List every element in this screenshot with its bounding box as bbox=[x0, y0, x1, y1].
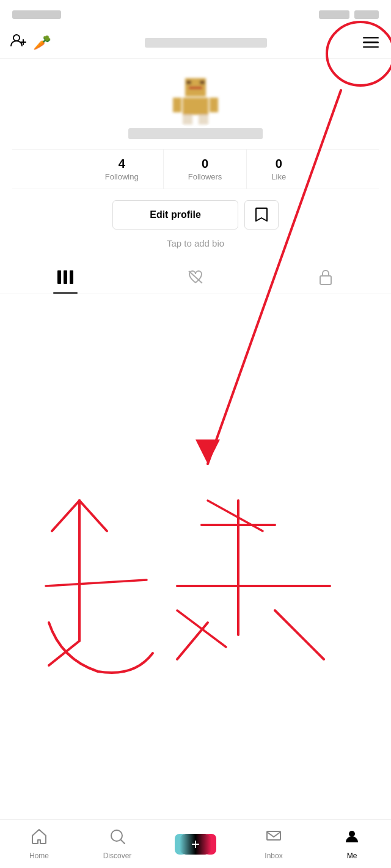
home-label: Home bbox=[29, 852, 49, 860]
tab-grid[interactable] bbox=[0, 261, 130, 294]
status-icons bbox=[319, 10, 379, 19]
svg-line-31 bbox=[177, 610, 226, 647]
content-tabs bbox=[0, 261, 391, 294]
following-stat[interactable]: 4 Following bbox=[81, 150, 164, 189]
create-button[interactable]: + bbox=[180, 834, 211, 855]
signal-icon bbox=[319, 10, 349, 19]
nav-create[interactable]: + bbox=[156, 834, 235, 855]
followers-stat[interactable]: 0 Followers bbox=[164, 150, 247, 189]
nav-discover[interactable]: Discover bbox=[78, 828, 156, 860]
svg-rect-16 bbox=[320, 276, 331, 284]
svg-rect-5 bbox=[200, 81, 205, 84]
nav-me[interactable]: Me bbox=[313, 828, 391, 860]
svg-rect-11 bbox=[210, 98, 218, 112]
svg-line-24 bbox=[49, 641, 79, 665]
svg-rect-8 bbox=[183, 115, 192, 125]
svg-rect-12 bbox=[57, 270, 61, 284]
content-area bbox=[0, 294, 391, 569]
svg-rect-9 bbox=[199, 115, 208, 125]
stats-row: 4 Following 0 Followers 0 Like bbox=[12, 149, 379, 189]
tab-liked[interactable] bbox=[130, 261, 260, 294]
nav-home[interactable]: Home bbox=[0, 828, 78, 860]
svg-rect-7 bbox=[183, 98, 208, 115]
svg-rect-13 bbox=[64, 270, 67, 284]
following-label: Following bbox=[105, 172, 139, 181]
following-count: 4 bbox=[119, 157, 125, 171]
svg-line-23 bbox=[46, 580, 147, 586]
bio-placeholder[interactable]: Tap to add bio bbox=[167, 238, 224, 248]
action-row: Edit profile bbox=[12, 200, 379, 230]
page-wrapper: 🥕 bbox=[0, 0, 391, 868]
username-display bbox=[145, 38, 267, 48]
nav-inbox[interactable]: Inbox bbox=[235, 828, 313, 860]
hamburger-line-2 bbox=[363, 42, 379, 43]
me-label: Me bbox=[347, 852, 357, 860]
inbox-label: Inbox bbox=[265, 852, 282, 860]
profile-section: 4 Following 0 Followers 0 Like Edit prof… bbox=[0, 59, 391, 261]
svg-point-0 bbox=[13, 35, 20, 41]
svg-line-29 bbox=[177, 623, 208, 659]
hamburger-line-3 bbox=[363, 46, 379, 48]
discover-label: Discover bbox=[103, 852, 132, 860]
plus-icon: + bbox=[191, 836, 200, 853]
hamburger-menu-button[interactable] bbox=[360, 35, 381, 51]
likes-label: Like bbox=[271, 172, 286, 181]
svg-line-30 bbox=[275, 610, 324, 659]
avatar[interactable] bbox=[168, 73, 223, 128]
followers-label: Followers bbox=[188, 172, 222, 181]
hamburger-line-1 bbox=[363, 37, 379, 39]
top-nav: 🥕 bbox=[0, 27, 391, 59]
status-bar bbox=[0, 0, 391, 27]
tab-private[interactable] bbox=[261, 261, 391, 294]
me-icon bbox=[343, 828, 360, 849]
bookmark-button[interactable] bbox=[244, 200, 279, 230]
likes-stat[interactable]: 0 Like bbox=[247, 150, 310, 189]
battery-icon bbox=[354, 10, 379, 19]
bottom-nav: Home Discover + Inbox bbox=[0, 819, 391, 868]
home-icon bbox=[31, 828, 48, 849]
top-nav-left: 🥕 bbox=[10, 32, 51, 53]
discover-icon bbox=[109, 828, 126, 849]
profile-username bbox=[128, 128, 263, 139]
followers-count: 0 bbox=[202, 157, 208, 171]
svg-rect-4 bbox=[186, 81, 191, 84]
svg-rect-10 bbox=[173, 98, 181, 112]
inbox-icon bbox=[265, 828, 282, 849]
svg-rect-14 bbox=[70, 270, 73, 284]
svg-line-33 bbox=[121, 840, 125, 844]
status-time bbox=[12, 10, 61, 19]
likes-count: 0 bbox=[276, 157, 282, 171]
svg-point-34 bbox=[349, 831, 355, 837]
edit-profile-button[interactable]: Edit profile bbox=[112, 200, 238, 230]
carrot-icon[interactable]: 🥕 bbox=[33, 34, 51, 51]
svg-rect-6 bbox=[189, 87, 202, 89]
add-user-button[interactable] bbox=[10, 32, 27, 53]
